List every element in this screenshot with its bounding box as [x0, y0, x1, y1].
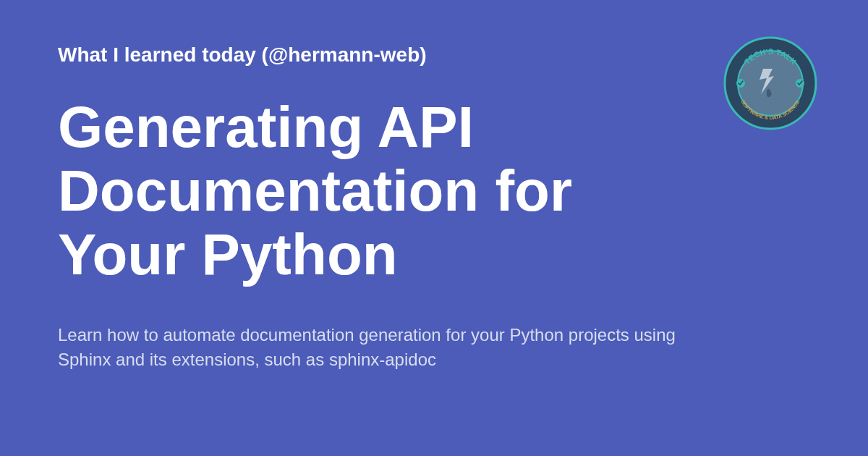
- page-title: Generating API Documentation for Your Py…: [58, 96, 694, 287]
- logo-badge: TECH'S TALK SOFTWARE & DATA SCIENCE: [723, 36, 817, 130]
- logo-icon: TECH'S TALK SOFTWARE & DATA SCIENCE: [723, 36, 817, 130]
- page-description: Learn how to automate documentation gene…: [58, 323, 709, 371]
- page-header: What I learned today (@hermann-web): [58, 43, 810, 67]
